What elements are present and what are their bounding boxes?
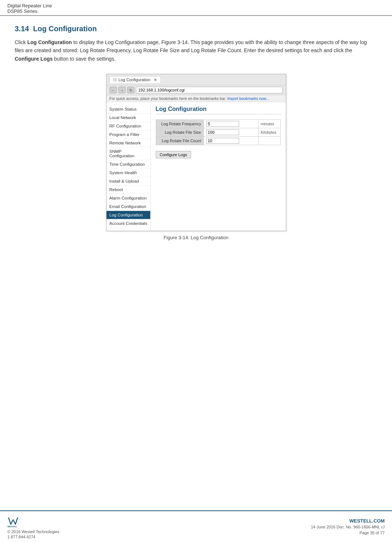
sidebar-item-rf-configuration[interactable]: RF Configuration — [107, 122, 150, 130]
tab-favicon-icon — [113, 78, 117, 82]
bookmarks-bar: For quick access, place your bookmarks h… — [107, 95, 286, 102]
section-title: 3.14 Log Configuration — [15, 25, 377, 33]
frequency-input[interactable] — [206, 121, 239, 127]
tab-close-icon[interactable]: ✕ — [154, 78, 157, 82]
field-input-filecount[interactable] — [204, 137, 258, 145]
field-unit-filesize: Kilobytes — [258, 128, 280, 137]
sidebar-item-account-credentials[interactable]: Account Credentials — [107, 219, 150, 228]
footer-right: WESTELL.COM 14 June 2016 Doc. No. 960-16… — [311, 518, 385, 535]
sidebar-item-system-health[interactable]: System Health — [107, 169, 150, 177]
field-unit-filecount — [258, 137, 280, 145]
footer-website: WESTELL.COM — [311, 518, 385, 524]
field-label-filecount: Log Rotate File Count — [156, 137, 204, 145]
body-bold-1: Log Configuration — [27, 39, 72, 45]
back-button[interactable]: ← — [109, 87, 117, 93]
footer-page: Page 35 of 77 — [359, 531, 385, 535]
page-heading: Log Configuration — [156, 106, 281, 114]
body-text-3: button to save the settings. — [53, 56, 115, 62]
import-bookmarks-link[interactable]: Import bookmarks now... — [227, 96, 269, 101]
westell-logo: WESTELL — [7, 514, 26, 529]
figure-container: Log Configuration ✕ ← → ↻ For quick acce… — [15, 74, 377, 240]
svg-text:WESTELL: WESTELL — [7, 525, 17, 528]
sidebar-item-program-filter[interactable]: Program a Filter — [107, 130, 150, 139]
browser-window: Log Configuration ✕ ← → ↻ For quick acce… — [106, 74, 286, 231]
table-row: Log Rotate File Size Kilobytes — [156, 128, 280, 137]
sidebar-item-local-network[interactable]: Local Network — [107, 114, 150, 122]
footer-date-doc: 14 June 2016 Doc. No. 960-1666-MNL rJ — [311, 525, 385, 529]
sidebar-item-remote-network[interactable]: Remote Network — [107, 139, 150, 147]
page-main: Log Configuration Log Rotate Frequency m… — [151, 102, 286, 231]
sidebar-item-log-configuration[interactable]: Log Configuration — [107, 211, 150, 219]
doc-title-line1: Digital Repeater Line — [7, 3, 385, 8]
sidebar-nav: System Status Local Network RF Configura… — [107, 102, 151, 231]
sidebar-item-time-configuration[interactable]: Time Configuration — [107, 160, 150, 169]
configure-logs-button[interactable]: Configure Logs — [156, 151, 191, 158]
field-label-frequency: Log Rotate Frequency — [156, 120, 204, 128]
field-input-frequency[interactable] — [204, 120, 258, 128]
field-input-filesize[interactable] — [204, 128, 258, 137]
filesize-input[interactable] — [206, 129, 239, 135]
table-row: Log Rotate File Count — [156, 137, 280, 145]
bookmarks-text: For quick access, place your bookmarks h… — [109, 96, 226, 101]
figure-caption: Figure 3-14: Log Configuration — [163, 235, 228, 240]
reload-button[interactable]: ↻ — [127, 87, 134, 93]
doc-footer: WESTELL © 2016 Westell Technologies 1.87… — [0, 510, 392, 542]
body-bold-2: Configure Logs — [15, 56, 53, 62]
doc-header: Digital Repeater Line DSP85 Series — [0, 0, 392, 16]
log-config-form-table: Log Rotate Frequency minutes Log Rotate … — [156, 119, 281, 145]
browser-tab-bar: Log Configuration ✕ — [107, 74, 286, 85]
forward-button[interactable]: → — [118, 87, 126, 93]
footer-left: WESTELL © 2016 Westell Technologies 1.87… — [7, 514, 60, 539]
main-content: 3.14 Log Configuration Click Log Configu… — [0, 16, 392, 281]
sidebar-item-system-status[interactable]: System Status — [107, 105, 150, 114]
section-heading: Log Configuration — [33, 25, 97, 33]
sidebar-item-email-configuration[interactable]: Email Configuration — [107, 202, 150, 211]
section-body: Click Log Configuration to display the L… — [15, 38, 377, 63]
doc-title-line2: DSP85 Series — [7, 8, 385, 14]
field-label-filesize: Log Rotate File Size — [156, 128, 204, 137]
field-unit-frequency: minutes — [258, 120, 280, 128]
browser-page: System Status Local Network RF Configura… — [107, 102, 286, 231]
footer-copyright: © 2016 Westell Technologies — [7, 530, 60, 534]
filecount-input[interactable] — [206, 138, 239, 144]
tab-label: Log Configuration — [119, 78, 151, 82]
browser-tab: Log Configuration ✕ — [109, 76, 161, 83]
sidebar-item-snmp-configuration[interactable]: SNMP Configuration — [107, 147, 150, 160]
body-text-1: Click — [15, 39, 27, 45]
sidebar-item-alarm-configuration[interactable]: Alarm Configuration — [107, 194, 150, 202]
section-number: 3.14 — [15, 25, 29, 33]
footer-phone: 1.877.844.4274 — [7, 535, 35, 539]
browser-nav-bar: ← → ↻ — [107, 85, 286, 95]
table-row: Log Rotate Frequency minutes — [156, 120, 280, 128]
sidebar-item-install-upload[interactable]: Install & Upload — [107, 177, 150, 186]
sidebar-item-reboot[interactable]: Reboot — [107, 186, 150, 194]
address-bar[interactable] — [136, 87, 283, 93]
